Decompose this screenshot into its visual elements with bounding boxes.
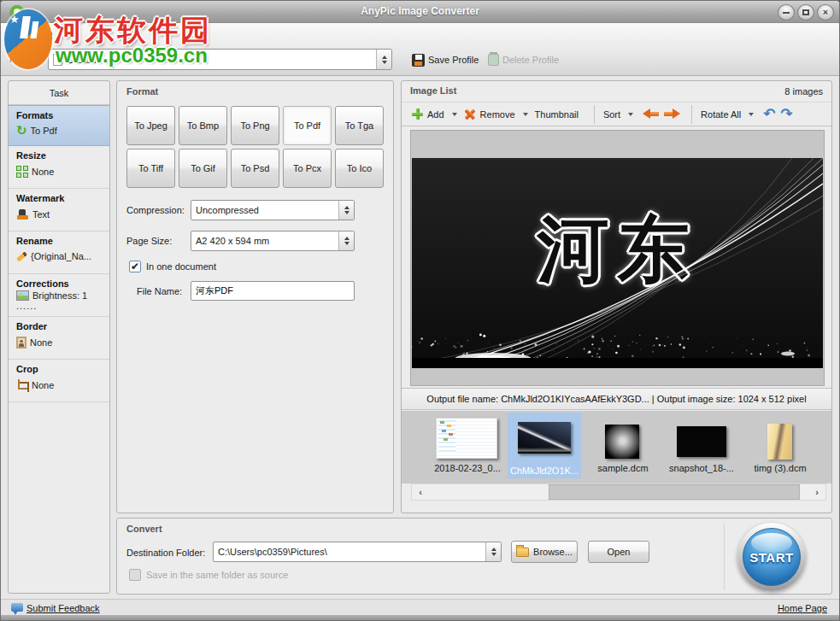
thumbnail-button[interactable]: Thumbnail: [535, 109, 579, 120]
format-button-bmp[interactable]: To Bmp: [179, 106, 227, 145]
skyline-strip: [412, 358, 823, 368]
chevron-down-icon: [452, 113, 457, 116]
delete-profile-label: Delete Profile: [502, 55, 559, 65]
sidebar-item-corrections[interactable]: Corrections Brightness: 1 ......: [9, 274, 109, 317]
page-size-select[interactable]: A2 420 x 594 mm: [191, 231, 355, 251]
format-button-tiff[interactable]: To Tiff: [126, 149, 175, 188]
destination-spinner[interactable]: [485, 542, 501, 561]
rotate-all-label: Rotate All: [701, 109, 741, 120]
minimize-icon: [783, 12, 790, 14]
destination-folder-value: C:\Users\pc0359\Pictures\: [214, 547, 485, 557]
sidebar-item-border[interactable]: Border None: [9, 317, 109, 360]
start-label: START: [749, 550, 793, 565]
profile-file-icon: [53, 54, 62, 66]
resize-icon: [16, 166, 28, 178]
add-button[interactable]: Add: [412, 108, 457, 120]
sidebar-item-resize[interactable]: Resize None: [9, 146, 109, 189]
scrollbar-track[interactable]: [429, 484, 808, 500]
image-count: 8 images: [784, 86, 823, 97]
remove-button[interactable]: Remove: [464, 108, 528, 120]
city-lights-layer: [412, 158, 823, 368]
rotate-all-button[interactable]: Rotate All: [701, 109, 754, 120]
thumbnail-item[interactable]: [767, 424, 792, 460]
task-item-title: Formats: [16, 110, 109, 120]
open-button[interactable]: Open: [588, 541, 649, 563]
save-profile-button[interactable]: Save Profile: [412, 50, 479, 69]
profile-select[interactable]: Custom: [48, 49, 392, 70]
folder-icon: [516, 548, 529, 557]
task-item-value: Brightness: 1: [32, 290, 87, 301]
format-button-ico[interactable]: To Ico: [335, 149, 384, 188]
window-title: AnyPic Image Converter: [1, 5, 839, 17]
thumbnail-scrollbar[interactable]: ‹ ›: [411, 483, 826, 501]
file-name-input[interactable]: [191, 281, 355, 301]
browse-label: Browse...: [533, 547, 573, 557]
task-item-title: Corrections: [16, 278, 109, 289]
page-size-spinner[interactable]: [338, 231, 354, 250]
task-item-title: Watermark: [16, 193, 109, 203]
image-list-panel: Image List 8 images Add Remove Thumbnail…: [401, 80, 832, 513]
compression-spinner[interactable]: [338, 201, 354, 220]
scrollbar-thumb[interactable]: [549, 484, 800, 500]
compression-label: Compression:: [126, 205, 185, 215]
thumbnail-item-selected[interactable]: ChMkJld2O1K...: [508, 413, 581, 478]
rotate-right-button[interactable]: ↷: [780, 108, 792, 120]
format-button-tga[interactable]: To Tga: [335, 106, 384, 145]
start-button[interactable]: START: [737, 523, 806, 591]
sidebar-item-crop[interactable]: Crop None: [9, 360, 109, 402]
profile-spinner[interactable]: [376, 50, 391, 69]
file-name-label: File Name:: [137, 286, 182, 296]
close-button[interactable]: ×: [817, 4, 834, 21]
destination-folder-select[interactable]: C:\Users\pc0359\Pictures\: [213, 542, 502, 562]
window-bottom-frame: [1, 615, 839, 621]
profile-label: Profile:: [9, 54, 38, 64]
format-button-psd[interactable]: To Psd: [231, 149, 279, 188]
thumbnail-item[interactable]: [605, 425, 639, 459]
delete-profile-button: Delete Profile: [488, 50, 559, 69]
thumbnail-item[interactable]: [436, 418, 497, 459]
add-icon: [412, 108, 423, 120]
same-folder-checkbox: [129, 569, 141, 581]
submit-feedback-link[interactable]: Submit Feedback: [26, 603, 100, 613]
move-right-button[interactable]: [664, 108, 680, 120]
same-folder-label: Save in the same folder as source: [146, 570, 288, 580]
destination-folder-label: Destination Folder:: [126, 548, 205, 558]
format-button-pdf[interactable]: To Pdf: [283, 106, 332, 145]
convert-icon: ↻: [16, 126, 27, 136]
scroll-left-icon[interactable]: ‹: [412, 484, 429, 500]
thumbnail-item[interactable]: [677, 426, 726, 457]
scroll-right-icon[interactable]: ›: [808, 484, 825, 500]
sidebar-item-watermark[interactable]: Watermark Text: [9, 189, 109, 231]
task-item-value: None: [30, 337, 52, 348]
stamp-icon: [16, 208, 29, 220]
menu-file[interactable]: File: [9, 28, 25, 38]
home-page-link[interactable]: Home Page: [778, 603, 827, 613]
move-left-button[interactable]: [643, 108, 659, 120]
sort-button[interactable]: Sort: [603, 109, 633, 120]
maximize-button[interactable]: [797, 4, 814, 21]
browse-button[interactable]: Browse...: [511, 541, 578, 563]
rotate-left-button[interactable]: ↶: [763, 108, 775, 120]
open-label: Open: [608, 547, 631, 557]
remove-icon: [461, 106, 479, 123]
crop-icon: [16, 379, 28, 391]
sidebar-item-formats[interactable]: Formats ↻To Pdf: [9, 105, 109, 146]
format-button-png[interactable]: To Png: [231, 106, 279, 145]
image-list-header: Image List: [410, 85, 456, 96]
task-item-title: Crop: [16, 364, 109, 374]
thumbnail-label: 2018-02-23_0...: [429, 463, 506, 473]
compression-select[interactable]: Uncompressed: [191, 200, 355, 220]
convert-divider: [724, 524, 725, 590]
format-button-gif[interactable]: To Gif: [179, 149, 227, 188]
minimize-button[interactable]: [778, 4, 795, 21]
one-document-label: In one document: [146, 261, 216, 272]
sidebar-item-rename[interactable]: Rename {Original_Na...: [9, 231, 109, 274]
format-button-jpeg[interactable]: To Jpeg: [126, 106, 175, 145]
task-item-value2: ......: [16, 301, 109, 311]
format-button-pcx[interactable]: To Pcx: [283, 149, 332, 188]
menu-help[interactable]: Help: [33, 28, 53, 38]
one-document-checkbox[interactable]: ✔: [129, 261, 141, 272]
save-icon: [412, 54, 425, 67]
app-window: AnyPic Image Converter × File Help Profi…: [0, 0, 840, 621]
portrait-icon: [16, 337, 26, 349]
